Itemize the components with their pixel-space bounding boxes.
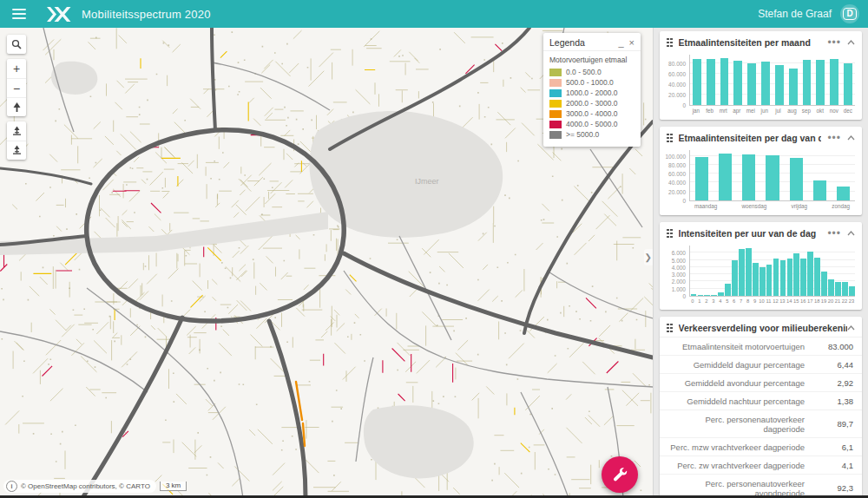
bar[interactable] [761,62,770,105]
bar[interactable] [828,279,834,296]
beacon-up-icon [11,126,23,137]
bar[interactable] [733,61,742,105]
table-row: Perc. zw vrachtverkeer dagperiode4,1 [660,455,862,474]
x-axis-labels: 01234567891011121314151617181920212223 [689,298,855,304]
bar[interactable] [707,59,715,105]
collapse-icon[interactable] [847,231,855,236]
table-row-label: Etmaalintensiteit motorvoertuigen [668,342,817,351]
bar[interactable] [695,157,708,200]
bar[interactable] [711,295,717,296]
y-axis: 020.00040.00060.00080.000100.000 [661,150,689,200]
drag-handle-icon[interactable] [667,134,673,143]
bar[interactable] [698,295,704,296]
search-button[interactable] [7,35,26,54]
bar[interactable] [837,187,850,200]
card-hour-chart: Intensiteiten per uur van de dag ••• 01.… [660,222,862,310]
bar[interactable] [793,253,799,296]
card-title: Etmaalintensiteiten per dag van de week [679,133,822,143]
bar[interactable] [760,267,766,296]
bar[interactable] [739,249,745,296]
bar[interactable] [753,263,759,296]
x-axis-labels: janfebmrtaprmeijunjulaugsepoktnovdec [689,108,855,114]
bar[interactable] [718,292,724,296]
bar[interactable] [732,260,738,296]
table-row-value: 4,1 [817,461,853,470]
legend-item: 3000.0 - 4000.0 [549,109,635,118]
legend-label: 3000.0 - 4000.0 [566,109,618,118]
bar[interactable] [790,158,803,200]
bar[interactable] [780,260,786,296]
table-row-value: 1,38 [817,396,853,406]
bar[interactable] [849,286,855,296]
legend-panel: Legenda _ × Motorvoertuigen etmaal 0.0 -… [543,33,641,147]
bar[interactable] [693,59,701,105]
bar-chart-weekdays: 020.00040.00060.00080.000100.000maandagw… [660,147,862,211]
bar[interactable] [807,252,813,296]
legend-item: 4000.0 - 5000.0 [549,120,635,128]
y-axis: 020.00040.00060.00080.000 [661,55,689,105]
bar[interactable] [830,59,838,105]
bar[interactable] [766,155,779,200]
bar[interactable] [747,63,756,105]
bar[interactable] [789,69,798,105]
legend-item: 2000.0 - 3000.0 [549,99,635,108]
table-row-label: Gemiddeld nachtuur percentage [668,396,817,406]
more-menu-icon[interactable]: ••• [827,40,841,45]
bar[interactable] [842,282,848,296]
bar[interactable] [720,58,729,105]
bar[interactable] [835,282,841,296]
bar[interactable] [814,258,820,296]
bar[interactable] [773,259,779,296]
menu-icon[interactable] [12,9,26,19]
bar[interactable] [775,65,784,105]
bar[interactable] [821,272,827,296]
collapse-icon[interactable] [847,135,855,141]
select-link-downstream-button[interactable] [7,141,26,160]
bar[interactable] [816,60,825,105]
collapse-icon[interactable] [847,325,855,331]
map-canvas[interactable]: IJmeer + − [0,28,653,498]
user-name[interactable]: Stefan de Graaf [758,8,832,20]
more-menu-icon[interactable]: ••• [827,231,841,236]
bar[interactable] [742,154,755,200]
panel-collapse-handle[interactable]: ❯ [644,249,653,265]
settings-fab-button[interactable] [602,456,638,493]
bar[interactable] [704,295,710,296]
legend-swatch [549,89,562,97]
bar[interactable] [719,154,732,200]
search-icon [11,39,22,49]
legend-item: >= 5000.0 [549,130,635,139]
table-row: Perc. mzw vrachtverkeer dagperiode6,1 [660,437,862,455]
select-link-upstream-button[interactable] [7,121,26,141]
bar[interactable] [787,259,793,296]
wrench-icon [612,467,628,482]
bar[interactable] [725,284,731,297]
bar[interactable] [766,265,773,296]
plot-area [689,246,855,297]
zoom-in-button[interactable]: + [7,59,26,78]
table-row-value: 6,1 [817,442,853,452]
initial-extent-button[interactable] [7,97,26,116]
bar[interactable] [813,180,826,200]
bar[interactable] [844,63,852,105]
bar[interactable] [746,248,752,297]
avatar[interactable]: D [840,4,859,23]
collapse-icon[interactable] [847,40,855,45]
bar[interactable] [803,60,812,105]
table-row: Etmaalintensiteit motorvoertuigen83.000 [660,337,862,355]
page-title: Mobiliteitsspectrum 2020 [82,8,211,21]
drag-handle-icon[interactable] [667,229,673,239]
drag-handle-icon[interactable] [667,324,673,333]
legend-close-icon[interactable]: × [629,39,635,46]
table-row-value: 2,92 [817,378,853,388]
bar[interactable] [800,259,806,296]
info-icon[interactable]: i [6,481,17,492]
x-axis-labels: maandagwoensdagvrijdagzondag [689,203,855,209]
card-weekday-chart: Etmaalintensiteiten per dag van de week … [660,127,862,215]
more-menu-icon[interactable]: ••• [827,135,841,141]
drag-handle-icon[interactable] [667,38,673,48]
legend-minimize-icon[interactable]: _ [618,39,623,46]
bar[interactable] [691,294,697,296]
table-row-label: Perc. mzw vrachtverkeer dagperiode [668,442,817,452]
zoom-out-button[interactable]: − [7,78,26,97]
